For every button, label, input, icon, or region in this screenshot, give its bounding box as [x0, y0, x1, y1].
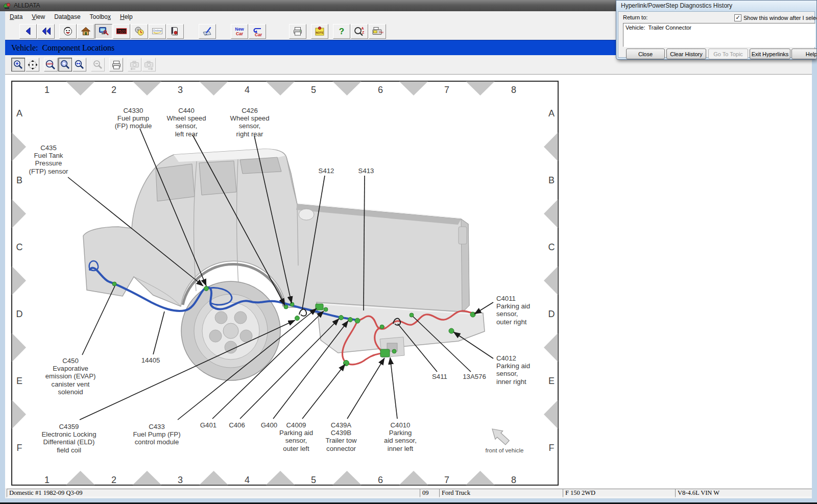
callout-c450-line-3: canister vent	[52, 380, 90, 388]
callout-c433-line-0: C433	[149, 423, 165, 430]
exit-hyperlinks-button[interactable]: Exit Hyperlinks	[750, 49, 790, 59]
back-history-button[interactable]	[37, 24, 55, 39]
home-icon	[80, 26, 91, 37]
svg-text:New: New	[235, 27, 244, 32]
help-button[interactable]: Help	[791, 49, 817, 59]
pan-arrows-icon	[27, 59, 38, 70]
grid-row-right-F: F	[549, 443, 555, 453]
component-locations-button[interactable]	[95, 24, 112, 39]
grid-row-right-A: A	[548, 108, 555, 118]
clear-history-button[interactable]: Clear History	[666, 49, 706, 59]
svg-text:Online: Online	[153, 29, 162, 32]
callout-c4009-line-2: sensor,	[285, 437, 307, 444]
back-button[interactable]	[19, 24, 37, 39]
callout-c433-line-1: Fuel Pump (FP)	[133, 430, 180, 438]
status-field-3: F 150 2WD	[563, 489, 679, 497]
svg-text:A: A	[362, 27, 364, 30]
callout-c4012-line-0: C4012	[496, 354, 516, 362]
callout-c4330-line-0: C4330	[124, 107, 143, 114]
menu-toolbox[interactable]: Toolbox	[85, 12, 115, 21]
callout-c440-line-2: sensor,	[176, 122, 198, 130]
grid-row-right-E: E	[548, 376, 555, 386]
zoom-fit-button[interactable]	[58, 58, 72, 71]
grid-row-left-B: B	[16, 175, 22, 185]
menu-data[interactable]: Data	[5, 12, 27, 21]
close-button[interactable]: Close	[626, 49, 665, 59]
show-window-checkbox[interactable]: ✓	[734, 14, 741, 21]
print-button[interactable]	[289, 24, 306, 39]
new-car-button[interactable]: New Car	[231, 24, 248, 39]
estimated-time-button[interactable]: 7520	[113, 24, 130, 39]
callout-c4011-line-0: C4011	[496, 295, 516, 302]
dialog-titlebar: Hyperlink/PowerStep Diagnostics History	[616, 1, 816, 11]
help-button[interactable]: ?	[333, 24, 350, 39]
svg-text:?: ?	[339, 27, 344, 36]
history-listbox[interactable]: Vehicle: Trailer Connector	[623, 23, 815, 47]
menu-database[interactable]: Database	[50, 12, 85, 21]
camera-previous-icon	[129, 59, 141, 70]
zoom-100-icon: 100%	[45, 59, 57, 70]
menu-help[interactable]: Help	[115, 12, 137, 21]
svg-text:7520: 7520	[117, 30, 126, 33]
print-image-button[interactable]	[109, 58, 123, 71]
svg-text:Car: Car	[236, 31, 244, 36]
return-to-car-button[interactable]: Car	[249, 24, 266, 39]
history-item[interactable]: Vehicle: Trailer Connector	[623, 23, 815, 32]
notes-button[interactable]: NOTE	[311, 24, 328, 39]
car-return-arrow-icon: Car	[251, 26, 264, 37]
front-of-vehicle-label: front of vehicle	[486, 447, 524, 453]
pen-pad-icon	[202, 26, 213, 37]
zoom-window-button[interactable]	[73, 58, 86, 71]
labor-times-button[interactable]	[131, 24, 148, 39]
grid-col-top-5: 5	[311, 85, 316, 95]
callout-g401-line-0: G401	[200, 421, 217, 429]
callout-c426-line-2: sensor,	[239, 122, 261, 130]
back-arrow-icon	[22, 26, 34, 37]
callout-c4010-line-0: C4010	[391, 421, 411, 429]
callout-g400-line-0: G400	[261, 421, 277, 429]
svg-text:NOTE: NOTE	[316, 31, 324, 34]
grid-col-top-6: 6	[378, 85, 383, 95]
grid-col-top-7: 7	[444, 85, 449, 95]
zoom-in-button[interactable]	[11, 58, 25, 71]
library-button[interactable]	[166, 24, 184, 39]
dialog-title: Hyperlink/PowerStep Diagnostics History	[621, 2, 732, 9]
grid-row-left-C: C	[16, 242, 23, 252]
alldata-guy-button[interactable]	[59, 24, 77, 39]
callout-c439-line-3: connector	[326, 445, 356, 452]
callout-c440-line-0: C440	[178, 107, 195, 114]
callout-s412-line-0: S412	[319, 167, 334, 175]
callout-c450-line-4: solenoid	[58, 388, 83, 396]
pan-button[interactable]	[26, 58, 39, 71]
zoom-out-button[interactable]	[91, 58, 105, 71]
zoom-100-button[interactable]: 100%	[44, 58, 58, 71]
grid-col-bottom-3: 3	[178, 475, 183, 485]
search-az-icon: A Z	[353, 26, 366, 37]
window-title: ALLDATA	[14, 2, 40, 9]
sign-off-button[interactable]	[199, 24, 216, 39]
grid-col-top-8: 8	[511, 85, 516, 95]
new-car-text-icon: New Car	[233, 26, 246, 37]
callout-n13a576-line-0: 13A576	[463, 373, 486, 380]
search-az-button[interactable]: A Z	[351, 24, 368, 39]
home-button[interactable]	[77, 24, 94, 39]
grid-row-left-A: A	[16, 108, 22, 118]
online-logo-icon: Online	[152, 26, 163, 37]
status-field-0: Domestic #1 1982-09 Q3-09	[7, 489, 423, 497]
online-button[interactable]: Online	[149, 24, 166, 39]
mascot-face-icon	[62, 26, 74, 37]
previous-image-button[interactable]	[128, 58, 141, 71]
printer-icon	[111, 59, 122, 70]
next-image-button[interactable]	[142, 58, 156, 71]
window-frame-left	[0, 11, 5, 498]
callout-c4011-line-3: outer right	[496, 318, 527, 326]
monitor-search-icon	[98, 26, 109, 37]
svg-text:Z: Z	[362, 31, 365, 34]
hyperlink-history-dialog: Hyperlink/PowerStep Diagnostics History …	[616, 0, 817, 60]
go-to-topic-button[interactable]: Go To Topic	[708, 49, 748, 59]
callout-c4330-line-1: Fuel pump	[117, 114, 149, 122]
menu-view[interactable]: View	[27, 12, 50, 21]
fax-button[interactable]: Fax	[369, 24, 386, 39]
dialog-body: Return to: ✓ Show this window after I se…	[618, 11, 815, 58]
diagram-canvas[interactable]: front of vehicle 1122334455667788AABBCCD…	[5, 75, 812, 488]
